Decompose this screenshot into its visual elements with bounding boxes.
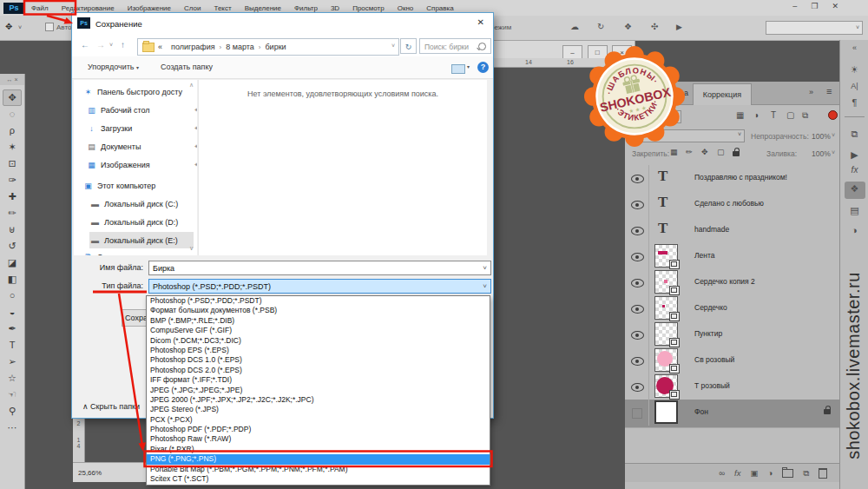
filter-shape-icon[interactable]: ▢ [786, 110, 794, 120]
filter-type-icon[interactable]: T [771, 110, 776, 120]
layer-row[interactable]: Св розовый [625, 347, 839, 374]
pan-icon[interactable]: ❖ [624, 22, 632, 31]
sidebar-item-documents[interactable]: ▤ Документы ✦ [86, 138, 197, 155]
menu-item-image[interactable]: Изображение [128, 4, 171, 12]
arrange-icon[interactable]: ✣ [651, 22, 658, 31]
delete-layer-icon[interactable] [819, 468, 827, 479]
visibility-eye-icon[interactable] [631, 175, 644, 183]
filter-adjustment-icon[interactable]: ◑ [753, 110, 759, 120]
breadcrumb-segment[interactable]: бирки [265, 43, 286, 51]
sidebar-item-pictures[interactable]: ▦ Изображения ✦ [86, 156, 197, 173]
forward-icon[interactable]: → [96, 40, 105, 50]
tool-crop[interactable]: ⊡ [3, 155, 22, 172]
menu-item-edit[interactable]: Редактирование [62, 4, 115, 12]
layer-thumbnail[interactable] [654, 296, 678, 320]
tool-clone-stamp[interactable]: ⊎ [3, 221, 22, 238]
tool-path-select[interactable]: ➢ [3, 354, 22, 370]
format-option[interactable]: PCX (*.PCX) [147, 415, 490, 425]
tool-shape[interactable]: ☆ [3, 370, 22, 387]
format-option[interactable]: Photoshop PDF (*.PDF;*.PDP) [147, 425, 490, 434]
layer-row[interactable]: Сердечко [625, 295, 839, 322]
scroll-down-icon[interactable]: ∨ [189, 245, 194, 252]
menu-item-file[interactable]: Файл [31, 4, 49, 12]
refresh-icon[interactable]: ↻ [400, 38, 417, 54]
character-panel-icon[interactable]: A| [840, 82, 868, 90]
visibility-eye-icon[interactable] [631, 357, 644, 366]
visibility-eye-icon[interactable] [631, 305, 644, 314]
visibility-eye-icon[interactable] [631, 279, 644, 287]
layer-mask-icon[interactable]: ▣ [750, 468, 758, 478]
filter-smart-object-icon[interactable]: ⧉ [802, 110, 808, 121]
visibility-eye-icon[interactable] [631, 253, 644, 261]
lock-artboard-icon[interactable]: ▢ [717, 148, 725, 156]
tool-eyedropper[interactable]: ✑ [3, 172, 22, 188]
sidebar-item-disk-e[interactable]: ▬ Локальный диск (E:) [89, 232, 194, 248]
breadcrumb-segment[interactable]: полиграфия [171, 43, 215, 51]
menu-item-help[interactable]: Справка [426, 4, 453, 12]
format-option[interactable]: Формат больших документов (*.PSB) [147, 306, 490, 315]
breadcrumb[interactable]: « полиграфия › 8 марта › бирки ˅ [137, 38, 399, 56]
rotate-view-icon[interactable]: ↻ [597, 22, 604, 31]
opacity-value[interactable]: 100% [812, 132, 831, 141]
restore-button[interactable]: ❐ [811, 2, 818, 10]
sidebar-item-disk-c[interactable]: ▬ Локальный диск (C:) [89, 195, 197, 212]
tool-healing-brush[interactable]: ✚ [3, 188, 22, 205]
format-option[interactable]: BMP (*.BMP;*.RLE;*.DIB) [147, 316, 490, 326]
autoselect-checkbox[interactable] [45, 23, 54, 31]
save-button[interactable]: Сохран [122, 309, 147, 327]
tool-type[interactable]: T [3, 337, 22, 354]
tool-magic-wand[interactable]: ✶ [3, 139, 22, 155]
tool-dodge[interactable]: ◒ [3, 304, 22, 320]
visibility-eye-icon[interactable] [631, 201, 644, 209]
sidebar-item-downloads[interactable]: ↓ Загрузки ✦ [86, 120, 197, 136]
sidebar-item-quick-access[interactable]: ✶ Панель быстрого досту [82, 83, 197, 100]
menu-item-window[interactable]: Окно [398, 4, 414, 12]
format-option[interactable]: Photoshop Raw (*.RAW) [147, 434, 490, 444]
format-option[interactable]: JPEG Stereo (*.JPS) [147, 405, 490, 414]
format-option[interactable]: JPEG 2000 (*.JPF;*.JPX;*.JP2;*.J2C;*.J2K… [147, 395, 490, 405]
workspace-field[interactable]: ˅ [766, 21, 863, 35]
tool-zoom[interactable]: ⚲ [3, 403, 22, 420]
visibility-checkbox[interactable] [632, 408, 642, 419]
layers-panel-icon[interactable]: ❖ [840, 183, 868, 195]
layer-row-selected[interactable]: Фон [625, 400, 839, 428]
chevron-down-icon[interactable]: ˅ [18, 24, 22, 30]
sidebar-item-this-pc[interactable]: ▣ Этот компьютер [82, 177, 197, 194]
tool-marquee[interactable]: ◌ [3, 106, 22, 122]
format-option[interactable]: Photoshop (*.PSD;*.PDD;*.PSDT) [147, 296, 490, 306]
visibility-eye-icon[interactable] [631, 227, 644, 235]
visibility-eye-icon[interactable] [631, 331, 644, 340]
paths-panel-icon[interactable]: ◑ [840, 225, 868, 235]
format-option[interactable]: Photoshop DCS 1.0 (*.EPS) [147, 355, 490, 365]
tab-adjustments[interactable]: Коррекция [693, 83, 752, 105]
tool-move[interactable]: ✥ [3, 89, 22, 106]
styles-panel-icon[interactable]: fx [840, 165, 868, 175]
sidebar-item-disk-d[interactable]: ▬ Локальный диск (D:) [89, 214, 197, 230]
paragraph-panel-icon[interactable]: ¶ [840, 97, 868, 108]
tool-lasso[interactable]: ρ [3, 122, 22, 139]
help-icon[interactable]: ? [477, 62, 489, 73]
new-group-icon[interactable] [782, 469, 793, 478]
capture-icon[interactable]: ▶ [676, 23, 682, 31]
tool-blur[interactable]: ○ [3, 287, 22, 304]
fill-value[interactable]: 100% [812, 149, 831, 158]
chevron-down-icon[interactable]: ˅ [391, 43, 395, 49]
link-layers-icon[interactable]: ∞ [719, 468, 725, 478]
filter-pixel-icon[interactable]: ▦ [736, 110, 744, 120]
menu-item-filter[interactable]: Фильтр [294, 4, 318, 12]
format-option[interactable]: Photoshop DCS 2.0 (*.EPS) [147, 366, 490, 375]
filename-input[interactable]: Бирка˅ [148, 261, 491, 275]
format-option[interactable]: Scitex CT (*.SCT) [147, 474, 490, 484]
format-option[interactable]: Photoshop EPS (*.EPS) [147, 346, 490, 355]
channels-panel-icon[interactable]: ▤ [840, 205, 868, 216]
format-option-png-selected[interactable]: PNG (*.PNG;*.PNS) [147, 454, 490, 464]
tool-gradient[interactable]: ◧ [3, 271, 22, 287]
layer-thumbnail[interactable] [654, 270, 678, 294]
layer-thumbnail[interactable] [654, 244, 678, 268]
layer-row[interactable]: T Сделано с любовью [625, 191, 839, 218]
layer-thumbnail[interactable] [654, 400, 678, 424]
back-icon[interactable]: ← [81, 40, 89, 50]
hide-folders-button[interactable]: ∧ Скрыть папки [82, 402, 140, 411]
zoom-level[interactable]: 25,66% [78, 469, 102, 477]
dialog-close-icon[interactable]: ✕ [477, 17, 484, 27]
